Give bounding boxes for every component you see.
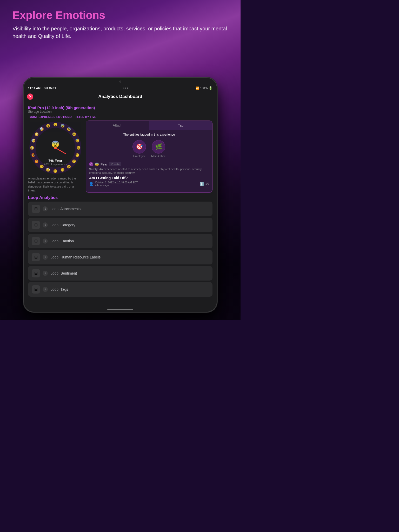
loop-item-attachments[interactable]: ⊞ ℹ Loop Attachments	[28, 202, 212, 216]
loop-icon-hr: ⊞	[32, 253, 40, 261]
exp-type-badge: Private	[109, 162, 121, 166]
exp-header: ✓ 😨 Fear Private	[89, 162, 209, 166]
page-title: Explore Emotions	[12, 9, 228, 21]
loop-label-category: Loop Category	[50, 223, 209, 227]
emotions-label: MOST EXPRESSED EMOTIONS: FILTER BY TIME	[28, 116, 212, 118]
exp-footer: 👤 October 1, 2022 at 10:48:00 AM EDT 4 h…	[89, 181, 209, 187]
device-info: iPad Pro (12.9-inch) (5th generation) St…	[28, 105, 212, 114]
exp-date: October 1, 2022 at 10:48:00 AM EDT	[95, 181, 138, 184]
exp-info-icon: ℹ️	[200, 182, 204, 186]
entity-employer[interactable]: 🎯 Employer	[132, 140, 146, 158]
tag-subtitle: The entities tagged in this experience	[86, 130, 212, 138]
loop-item-tags[interactable]: ⊞ ℹ Loop Tags	[28, 282, 212, 297]
exp-emotion-name: Fear	[101, 162, 108, 166]
status-time: 11:11 AM Sat Oct 1	[28, 87, 56, 90]
svg-text:😟: 😟	[76, 146, 81, 150]
ipad-frame: 11:11 AM Sat Oct 1 📶 100% 🔋 ✕ Analytics …	[24, 78, 217, 312]
page-subtitle: Visibility into the people, organization…	[12, 25, 228, 40]
status-dots	[123, 88, 128, 89]
exp-person-icon: 👤	[89, 182, 94, 186]
loop-icon-category: ⊞	[32, 221, 40, 229]
device-name: iPad Pro (12.9-inch) (5th generation)	[28, 105, 212, 110]
home-indicator	[107, 309, 133, 310]
wheel-count: 2/28 of experiences	[44, 163, 66, 166]
employer-label: Employer	[133, 155, 145, 158]
main-office-label: Main Office	[151, 155, 165, 158]
loop-icon-sentiment: ⊞	[32, 269, 40, 277]
nav-bar: ✕ Analytics Dashboard	[24, 91, 217, 102]
svg-text:😮: 😮	[53, 122, 58, 127]
loop-label-attachments: Loop Attachments	[50, 207, 209, 211]
exp-title: Am I Getting Laid Off?	[89, 176, 209, 180]
tab-attach[interactable]: Attach	[86, 121, 149, 130]
wheel-center: 7% Fear 2/28 of experiences	[44, 159, 66, 166]
loop-icon-emotion: ⊞	[32, 237, 40, 245]
entity-main-office[interactable]: 🌿 Main Office	[151, 140, 165, 158]
exp-emotion-emoji: 😨	[95, 162, 99, 166]
header-section: Explore Emotions Visibility into the peo…	[12, 9, 228, 40]
tag-panel: Attach Tag The entities tagged in this e…	[86, 121, 212, 193]
loop-item-category[interactable]: ⊞ ℹ Loop Category	[28, 218, 212, 232]
loop-info-icon-2[interactable]: ℹ	[43, 222, 48, 228]
exp-check-icon: ✓	[89, 162, 93, 166]
loop-label-sentiment: Loop Sentiment	[50, 271, 209, 275]
exp-nav: 1/2	[205, 182, 209, 185]
exp-time-ago: 4 hours ago	[95, 184, 138, 187]
experience-entry: ✓ 😨 Fear Private Safety: An experience r…	[86, 160, 212, 189]
loop-item-hr-labels[interactable]: ⊞ ℹ Loop Human Resource Labels	[28, 250, 212, 264]
loop-info-icon-4[interactable]: ℹ	[43, 255, 48, 260]
loop-label-tags: Loop Tags	[50, 287, 209, 291]
loop-item-sentiment[interactable]: ⊞ ℹ Loop Sentiment	[28, 266, 212, 281]
svg-text:😖: 😖	[53, 169, 57, 173]
main-grid: 😮 😰 😨 😢 😥 😟 😞 😔 😕 😣 😖	[28, 121, 212, 193]
loop-label-hr: Loop Human Resource Labels	[50, 255, 209, 259]
svg-text:😨: 😨	[51, 140, 60, 148]
ipad-camera	[119, 81, 121, 83]
loop-analytics-section: Loop Analytics ⊞ ℹ Loop Attachments ⊞ ℹ …	[28, 195, 212, 297]
wheel-emotion: 7% Fear	[44, 159, 66, 163]
wheel-svg: 😮 😰 😨 😢 😥 😟 😞 😔 😕 😣 😖	[28, 121, 83, 175]
exp-safety-text: Safety: An experience related to a safet…	[89, 167, 209, 175]
employer-icon: 🎯	[132, 140, 146, 154]
loop-info-icon-3[interactable]: ℹ	[43, 238, 48, 244]
svg-text:😬: 😬	[30, 145, 34, 150]
loop-item-emotion[interactable]: ⊞ ℹ Loop Emotion	[28, 234, 212, 248]
battery-icon: 🔋	[209, 86, 212, 90]
ipad-top-bar	[24, 78, 217, 85]
ipad-screen: 11:11 AM Sat Oct 1 📶 100% 🔋 ✕ Analytics …	[24, 85, 217, 312]
loop-label-emotion: Loop Emotion	[50, 239, 209, 243]
screen-content[interactable]: iPad Pro (12.9-inch) (5th generation) St…	[24, 102, 217, 312]
loop-icon-tags: ⊞	[32, 285, 40, 294]
loop-info-icon-5[interactable]: ℹ	[43, 271, 48, 276]
tag-panel-tabs: Attach Tag	[86, 121, 212, 130]
status-right: 📶 100% 🔋	[196, 86, 212, 90]
tab-tag[interactable]: Tag	[149, 121, 212, 130]
status-bar: 11:11 AM Sat Oct 1 📶 100% 🔋	[24, 85, 217, 91]
emotion-description: An unpleasant emotion caused by the beli…	[28, 177, 83, 193]
close-button[interactable]: ✕	[27, 94, 33, 100]
loop-info-icon[interactable]: ℹ	[43, 206, 48, 211]
emotion-wheel-container: 😮 😰 😨 😢 😥 😟 😞 😔 😕 😣 😖	[28, 121, 83, 193]
loop-analytics-label: Loop Analytics	[28, 195, 212, 200]
device-sub: Storage Location	[28, 110, 212, 114]
nav-title: Analytics Dashboard	[98, 94, 142, 99]
tag-entities: 🎯 Employer 🌿 Main Office	[86, 138, 212, 160]
main-office-icon: 🌿	[152, 140, 165, 154]
loop-info-icon-6[interactable]: ℹ	[43, 287, 48, 292]
wifi-icon: 📶	[196, 87, 199, 90]
loop-icon-attachments: ⊞	[32, 205, 40, 213]
emotion-wheel: 😮 😰 😨 😢 😥 😟 😞 😔 😕 😣 😖	[28, 121, 83, 175]
